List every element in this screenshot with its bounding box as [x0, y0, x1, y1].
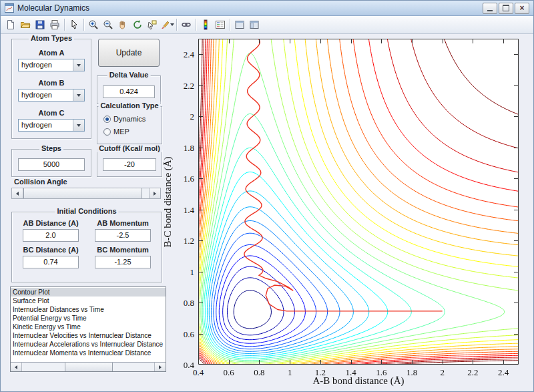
close-button[interactable]: × [515, 3, 529, 14]
zoom-in-button[interactable] [86, 17, 101, 32]
atom-b-label: Atom B [12, 79, 91, 87]
insert-legend-button[interactable] [213, 17, 228, 32]
left-arrow-icon [16, 192, 19, 196]
toolbar-separator [230, 19, 230, 31]
cutoff-title: Cutoff (Kcal/ mol) [97, 144, 162, 152]
y-axis-label: B-C bond distance (Å) [162, 156, 174, 247]
save-figure-button[interactable] [33, 17, 47, 32]
list-item[interactable]: Potential Energy vs Time [11, 314, 166, 323]
pointer-arrow-icon [69, 19, 79, 30]
list-item[interactable]: Internuclear Distances vs Time [11, 305, 166, 314]
steps-input[interactable]: 5000 [18, 158, 85, 171]
slider-track[interactable] [142, 188, 149, 198]
ab-distance-label: AB Distance (A) [16, 219, 85, 227]
new-figure-button[interactable] [3, 17, 18, 32]
update-button[interactable]: Update [98, 39, 160, 67]
toolbar-separator [83, 19, 84, 31]
atom-b-value: hydrogen [19, 89, 73, 101]
print-figure-button[interactable] [47, 17, 62, 32]
save-floppy-icon [35, 19, 45, 30]
slider-right-arrow[interactable] [149, 188, 160, 198]
link-plot-button[interactable] [179, 17, 194, 32]
list-item[interactable]: Internuclear Accelerations vs Internucle… [11, 340, 166, 349]
atom-c-dropdown[interactable]: hydrogen [18, 119, 85, 132]
rotate-3d-button[interactable] [130, 17, 145, 32]
pan-button[interactable] [115, 17, 130, 32]
list-item[interactable]: Surface Plot [11, 297, 166, 305]
contour-canvas[interactable] [198, 39, 519, 365]
colorbar-icon [200, 19, 211, 30]
delta-value-input[interactable]: 0.424 [103, 85, 155, 98]
cutoff-input[interactable]: -20 [103, 158, 156, 171]
slider-left-arrow[interactable] [12, 188, 23, 198]
scrollbar-track[interactable] [113, 363, 154, 371]
delta-value-group: Delta Value 0.424 [97, 75, 161, 104]
list-item[interactable]: Contour Plot [11, 288, 166, 297]
right-arrow-icon [154, 192, 156, 196]
list-item[interactable]: Internuclear Velocities vs Internuclear … [11, 331, 166, 340]
list-item[interactable]: Kinetic Energy vs Time [11, 323, 166, 331]
collision-angle-label: Collision Angle [14, 178, 67, 186]
ab-momentum-input[interactable]: -2.5 [95, 229, 151, 242]
plot-type-listbox[interactable]: Contour PlotSurface PlotInternuclear Dis… [10, 286, 166, 372]
bc-distance-input[interactable]: 0.74 [23, 256, 79, 268]
data-cursor-button[interactable] [145, 17, 160, 32]
minimize-icon [487, 10, 493, 11]
bc-distance-label: BC Distance (A) [16, 246, 85, 254]
brush-icon [160, 19, 170, 30]
atom-c-value: hydrogen [19, 120, 73, 131]
toolbar-separator [196, 19, 196, 31]
hand-icon [117, 19, 128, 30]
right-arrow-icon [159, 365, 162, 369]
close-icon: × [519, 4, 524, 12]
toolbar-separator [64, 19, 65, 31]
delta-value-title: Delta Value [107, 71, 151, 79]
brush-dropdown-caret [170, 23, 174, 26]
mep-radio[interactable] [103, 128, 111, 136]
edit-plot-button[interactable] [67, 17, 81, 32]
bc-momentum-input[interactable]: -1.25 [95, 256, 151, 268]
ab-distance-input[interactable]: 2.0 [23, 229, 79, 242]
hide-plot-tools-icon [234, 19, 245, 30]
insert-colorbar-button[interactable] [198, 17, 213, 32]
scrollbar-track[interactable] [22, 363, 65, 371]
atom-c-dropdown-arrow[interactable] [73, 120, 84, 131]
atom-a-value: hydrogen [19, 59, 73, 71]
dynamics-radio-row: Dynamics [103, 115, 146, 123]
ab-momentum-label: AB Momentum [88, 219, 158, 227]
open-file-button[interactable] [18, 17, 33, 32]
list-item[interactable]: Internuclear Momenta vs Internuclear Dis… [11, 349, 166, 357]
initial-conditions-title: Initial Conditions [55, 207, 118, 215]
chevron-down-icon [77, 94, 81, 97]
atom-b-dropdown[interactable]: hydrogen [18, 89, 85, 102]
dynamics-radio-label: Dynamics [113, 115, 146, 123]
x-axis-label: A-B bond distance (Å) [198, 375, 519, 387]
atom-a-dropdown-arrow[interactable] [73, 59, 84, 71]
steps-group: Steps 5000 [11, 149, 91, 177]
collision-angle-slider[interactable] [11, 188, 161, 199]
left-arrow-icon [15, 365, 17, 369]
atom-c-label: Atom C [12, 109, 91, 117]
atom-a-label: Atom A [12, 49, 91, 57]
window-buttons: × [483, 3, 529, 14]
zoom-out-button[interactable] [101, 17, 115, 32]
listbox-hscrollbar[interactable] [10, 362, 166, 372]
maximize-button[interactable] [499, 3, 513, 14]
dynamics-radio[interactable] [103, 116, 111, 123]
maximize-icon [503, 5, 509, 11]
steps-title: Steps [39, 144, 63, 152]
app-icon [5, 3, 14, 13]
zoom-in-icon [88, 19, 99, 30]
plot-axes[interactable] [198, 39, 519, 365]
show-plot-tools-button[interactable] [247, 17, 262, 32]
scrollbar-left-arrow[interactable] [11, 363, 22, 371]
rotate-icon [132, 19, 143, 30]
slider-thumb[interactable] [23, 188, 142, 198]
atom-b-dropdown-arrow[interactable] [73, 89, 84, 101]
atom-a-dropdown[interactable]: hydrogen [18, 59, 85, 71]
minimize-button[interactable] [483, 3, 497, 14]
hide-plot-tools-button[interactable] [232, 17, 247, 32]
brush-button[interactable] [160, 17, 174, 32]
chevron-down-icon [77, 64, 81, 67]
scrollbar-thumb[interactable] [65, 363, 113, 371]
